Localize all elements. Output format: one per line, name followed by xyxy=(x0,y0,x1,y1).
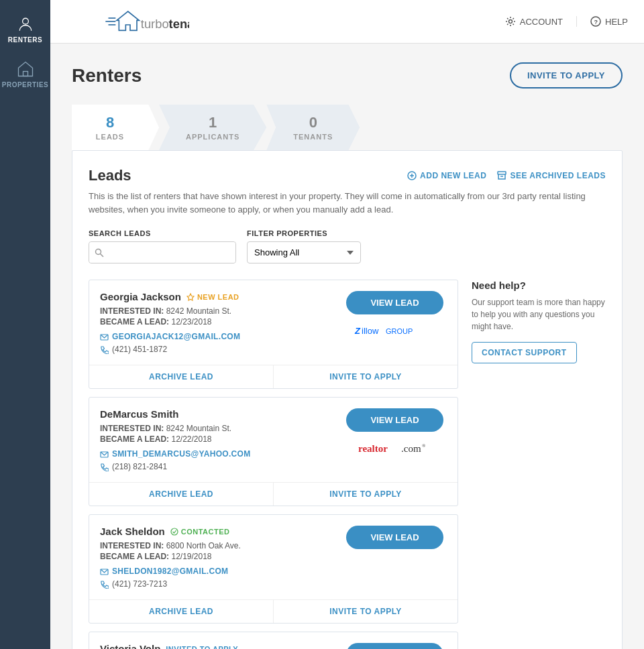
leads-header: Leads ADD NEW LEAD xyxy=(89,167,606,184)
invite-to-apply-lead-button[interactable]: INVITE TO APPLY xyxy=(274,365,458,388)
help-text: Our support team is more than happy to h… xyxy=(472,296,606,333)
svg-point-25 xyxy=(171,528,178,535)
lead-info: Georgia Jackson NEW LEAD xyxy=(100,291,335,354)
view-lead-button[interactable]: VIEW LEAD xyxy=(346,526,443,549)
search-filter-row: SEARCH LEADS FILTER PROPERTIES Showing A… xyxy=(89,229,606,263)
invite-to-apply-button[interactable]: INVITE TO APPLY xyxy=(510,62,623,88)
search-input-wrapper xyxy=(89,241,236,263)
email-icon xyxy=(100,333,109,341)
lead-email: SMITH_DEMARCUS@YAHOO.COM xyxy=(112,449,250,459)
see-archived-leads-link[interactable]: SEE ARCHIVED LEADS xyxy=(497,171,606,180)
renters-icon xyxy=(16,15,35,34)
help-box: Need help? Our support team is more than… xyxy=(472,280,606,363)
help-icon: ? xyxy=(590,16,601,27)
lead-name-row: Jack Sheldon CONTACTED xyxy=(100,526,335,537)
phone-icon xyxy=(100,580,109,589)
svg-rect-12 xyxy=(498,172,506,174)
svg-text:turbotenant: turbotenant xyxy=(141,17,189,31)
lead-phone-row: (421) 451-1872 xyxy=(100,345,335,354)
lead-right: VIEW LEAD Z illow GROUP xyxy=(343,291,447,354)
realtor-logo-svg: realtor .com ® xyxy=(355,438,435,458)
applicants-label: APPLICANTS xyxy=(186,133,239,141)
view-lead-button[interactable]: VIEW LEAD xyxy=(346,291,443,314)
filter-select[interactable]: Showing All 8242 Mountain St. 6800 North… xyxy=(247,241,361,263)
view-lead-button[interactable]: VIEW LEAD xyxy=(346,408,443,432)
archive-lead-button[interactable]: ARCHIVE LEAD xyxy=(89,483,274,506)
sidebar-properties-label: PROPERTIES xyxy=(2,81,48,88)
tab-tenants[interactable]: 0 TENANTS xyxy=(266,105,360,150)
page-content: Renters INVITE TO APPLY 8 LEADS 1 APPLIC… xyxy=(50,44,644,649)
leads-description: This is the list of renters that have sh… xyxy=(89,190,606,216)
star-icon xyxy=(186,293,195,301)
turbotenant-logo: turbotenant xyxy=(66,8,189,35)
archive-lead-button[interactable]: ARCHIVE LEAD xyxy=(89,600,274,623)
lead-info: DeMarcus Smith INTERESTED IN: 8242 Mount… xyxy=(100,408,335,471)
lead-email-row: GEORGIAJACK12@GMAIL.COM xyxy=(100,332,335,341)
lead-card: Victoria Volp INVITED TO APPLY INTERESTE… xyxy=(89,632,458,649)
sidebar-item-renters[interactable]: RENTERS xyxy=(0,7,50,52)
archive-lead-button[interactable]: ARCHIVE LEAD xyxy=(89,365,274,388)
zillow-logo: Z illow GROUP xyxy=(352,321,439,340)
view-lead-button[interactable]: VIEW LEAD xyxy=(346,643,443,649)
lead-phone-row: (218) 821-2841 xyxy=(100,462,335,471)
lead-badge-new: NEW LEAD xyxy=(186,293,239,301)
badge-label: INVITED TO APPLY xyxy=(166,645,238,650)
realtor-logo: realtor .com ® xyxy=(355,438,435,457)
logo: turbotenant xyxy=(66,8,189,35)
tabs-container: 8 LEADS 1 APPLICANTS 0 TENANTS xyxy=(72,105,623,150)
phone-icon xyxy=(100,463,109,471)
search-icon xyxy=(95,248,104,257)
search-label: SEARCH LEADS xyxy=(89,229,236,237)
search-input[interactable] xyxy=(89,242,235,263)
leads-content-row: Georgia Jackson NEW LEAD xyxy=(89,280,606,649)
svg-point-0 xyxy=(22,18,28,24)
email-icon xyxy=(100,450,109,459)
lead-card: DeMarcus Smith INTERESTED IN: 8242 Mount… xyxy=(89,397,458,506)
lead-name-row: DeMarcus Smith xyxy=(100,408,335,420)
help-button[interactable]: ? HELP xyxy=(576,16,628,27)
account-button[interactable]: ACCOUNT xyxy=(505,16,563,27)
lead-card-top: Georgia Jackson NEW LEAD xyxy=(89,280,458,365)
filter-group: FILTER PROPERTIES Showing All 8242 Mount… xyxy=(247,229,361,263)
invite-to-apply-lead-button[interactable]: INVITE TO APPLY xyxy=(274,600,458,623)
check-circle-icon xyxy=(170,528,178,536)
email-icon xyxy=(100,567,109,576)
lead-right: VIEW LEAD realtor .com ® xyxy=(343,408,447,471)
lead-card: Georgia Jackson NEW LEAD xyxy=(89,280,458,389)
lead-phone: (218) 821-2841 xyxy=(112,462,167,471)
leads-label: LEADS xyxy=(96,133,124,141)
page-title: Renters xyxy=(72,65,142,86)
svg-text:illow: illow xyxy=(362,326,379,336)
zillow-logo-svg: Z illow GROUP xyxy=(352,320,439,341)
svg-text:.com: .com xyxy=(401,443,421,454)
leads-actions: ADD NEW LEAD SEE ARCHIVED LEADS xyxy=(407,171,606,180)
applicants-count: 1 xyxy=(209,114,217,131)
leads-panel: Leads ADD NEW LEAD xyxy=(72,150,623,649)
add-new-lead-label: ADD NEW LEAD xyxy=(420,171,486,180)
lead-email: SHELDON1982@GMAIL.COM xyxy=(112,567,228,576)
lead-card-bottom: ARCHIVE LEAD INVITE TO APPLY xyxy=(89,482,458,506)
lead-card-top: Victoria Volp INVITED TO APPLY INTERESTE… xyxy=(89,632,458,649)
lead-interested: INTERESTED IN: 8242 Mountain St. xyxy=(100,424,335,433)
main-content: turbotenant ACCOUNT ? HELP xyxy=(50,0,644,649)
tab-applicants[interactable]: 1 APPLICANTS xyxy=(159,105,266,150)
sidebar-item-properties[interactable]: PROPERTIES xyxy=(0,52,50,97)
contact-support-button[interactable]: CONTACT SUPPORT xyxy=(472,342,577,363)
svg-text:®: ® xyxy=(422,443,426,449)
lead-phone-row: (421) 723-7213 xyxy=(100,579,335,589)
add-new-lead-link[interactable]: ADD NEW LEAD xyxy=(407,171,486,180)
plus-circle-icon xyxy=(407,171,417,180)
see-archived-label: SEE ARCHIVED LEADS xyxy=(510,171,606,180)
leads-count: 8 xyxy=(106,114,114,131)
svg-point-6 xyxy=(508,20,512,23)
help-title: Need help? xyxy=(472,280,606,291)
lead-interested: INTERESTED IN: 8242 Mountain St. xyxy=(100,306,335,316)
phone-icon xyxy=(100,345,109,354)
leads-section-title: Leads xyxy=(89,167,131,184)
lead-email-row: SMITH_DEMARCUS@YAHOO.COM xyxy=(100,449,335,459)
invite-to-apply-lead-button[interactable]: INVITE TO APPLY xyxy=(274,483,458,506)
search-group: SEARCH LEADS xyxy=(89,229,236,263)
lead-name: Victoria Volp xyxy=(100,643,160,649)
tab-leads[interactable]: 8 LEADS xyxy=(72,105,159,150)
lead-card-top: DeMarcus Smith INTERESTED IN: 8242 Mount… xyxy=(89,398,458,482)
